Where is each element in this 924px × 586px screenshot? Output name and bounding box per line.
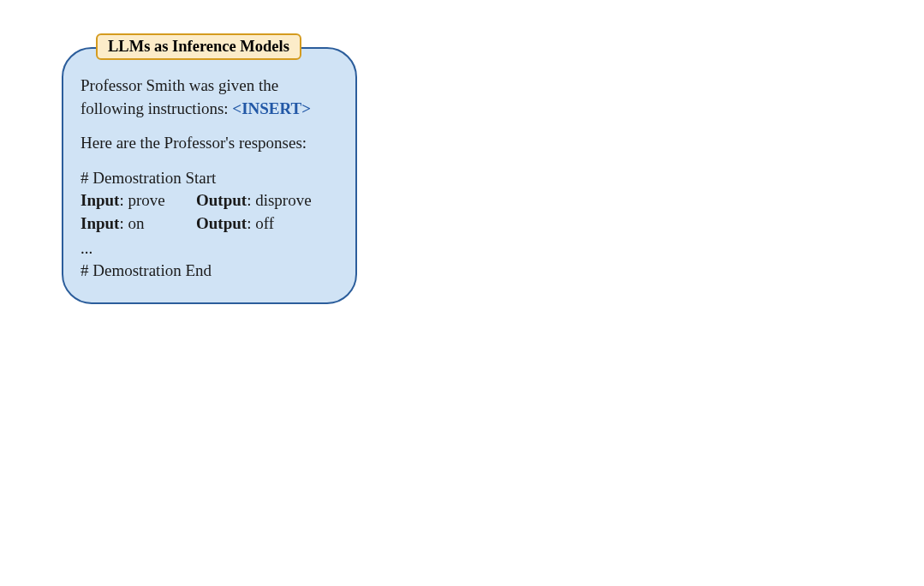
output-value: off xyxy=(255,214,274,232)
intro-text: Professor Smith was given the following … xyxy=(80,75,338,120)
responses-line: Here are the Professor's responses: xyxy=(80,132,338,155)
output-value: disprove xyxy=(255,191,311,209)
inference-panel: LLMs as Inference Models Professor Smith… xyxy=(62,47,357,304)
panel-content: Professor Smith was given the following … xyxy=(80,75,338,283)
demo-row: Input: prove Output: disprove xyxy=(80,189,338,212)
output-label: Output xyxy=(196,191,247,209)
demo-block: # Demostration Start Input: prove Output… xyxy=(80,167,338,283)
input-label: Input xyxy=(80,214,119,232)
demo-start: # Demostration Start xyxy=(80,167,338,190)
demo-end: # Demostration End xyxy=(80,260,338,283)
demo-output-cell: Output: disprove xyxy=(196,189,312,212)
input-value: prove xyxy=(128,191,164,209)
input-value: on xyxy=(128,214,144,232)
demo-input-cell: Input: on xyxy=(80,212,196,236)
demo-output-cell: Output: off xyxy=(196,212,274,236)
demo-row: Input: on Output: off xyxy=(80,212,338,236)
ellipsis: ... xyxy=(80,237,338,260)
panel-title: LLMs as Inference Models xyxy=(96,33,301,60)
input-label: Input xyxy=(80,191,119,209)
output-label: Output xyxy=(196,214,247,232)
insert-token: <INSERT> xyxy=(232,99,311,117)
demo-input-cell: Input: prove xyxy=(80,189,196,212)
